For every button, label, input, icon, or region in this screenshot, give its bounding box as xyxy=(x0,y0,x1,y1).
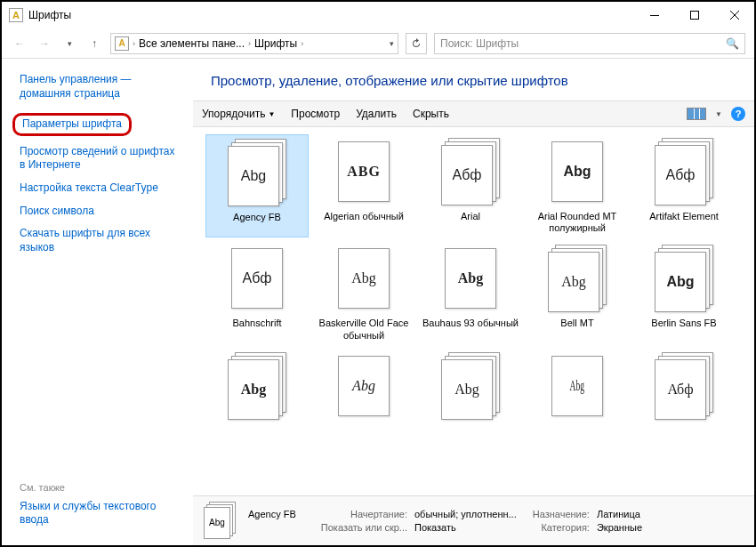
navbar: ← → ▾ ↑ A › Все элементы пане... › Шрифт… xyxy=(2,28,754,59)
font-item[interactable]: Абф xyxy=(632,349,736,429)
font-item[interactable]: АбфBahnschrift xyxy=(205,241,309,344)
font-label: Berlin Sans FB xyxy=(651,318,716,329)
font-item[interactable]: АбфArial xyxy=(419,134,522,237)
font-label: Artifakt Element xyxy=(649,211,719,222)
font-label: Agency FB xyxy=(233,212,281,223)
help-icon[interactable]: ? xyxy=(731,107,745,121)
sidebar-link-cleartype[interactable]: Настройка текста ClearType xyxy=(20,181,158,196)
font-label: Algerian обычный xyxy=(324,211,404,222)
font-item[interactable]: Abg xyxy=(312,349,415,429)
font-label: Bahnschrift xyxy=(232,318,281,329)
close-button[interactable] xyxy=(714,2,754,28)
font-item[interactable]: AbgBell MT xyxy=(526,241,629,344)
back-button[interactable]: ← xyxy=(11,35,28,52)
control-panel-home-link[interactable]: Панель управления — домашняя страница xyxy=(20,73,181,101)
details-category-label: Категория: xyxy=(533,522,590,533)
up-button[interactable]: ↑ xyxy=(85,35,103,52)
details-style-label: Начертание: xyxy=(321,509,407,519)
view-dropdown[interactable]: ▼ xyxy=(715,110,722,118)
font-item[interactable]: АбфArtifakt Element xyxy=(632,134,736,237)
details-pane: Abg Agency FB Начертание: Показать или с… xyxy=(193,495,754,545)
details-thumbnail: Abg xyxy=(202,502,237,541)
details-show-value: Показать xyxy=(414,522,517,533)
sidebar: Панель управления — домашняя страница Па… xyxy=(2,59,193,545)
font-item[interactable]: AbgAgency FB xyxy=(205,134,309,237)
details-font-name: Agency FB xyxy=(248,509,296,519)
see-also-label: См. также xyxy=(20,482,181,493)
search-input[interactable]: Поиск: Шрифты 🔍 xyxy=(434,33,745,54)
recent-dropdown[interactable]: ▾ xyxy=(60,35,78,52)
sidebar-link-font-info-online[interactable]: Просмотр сведений о шрифтах в Интернете xyxy=(20,145,181,173)
svg-rect-1 xyxy=(690,12,698,20)
font-item[interactable]: ABGAlgerian обычный xyxy=(312,134,415,237)
breadcrumb-1[interactable]: Все элементы пане... xyxy=(139,37,245,50)
refresh-button[interactable] xyxy=(406,33,427,54)
window-title: Шрифты xyxy=(28,9,634,21)
content-area: Просмотр, удаление, отображение или скры… xyxy=(193,59,754,545)
details-style-value: обычный; уплотненн... xyxy=(414,509,517,519)
font-label: Bauhaus 93 обычный xyxy=(422,318,519,329)
window-icon: A xyxy=(9,8,23,22)
maximize-button[interactable] xyxy=(674,2,714,28)
toolbar-organize[interactable]: Упорядочить ▼ xyxy=(202,108,275,120)
view-options-icon[interactable] xyxy=(687,108,706,120)
toolbar: Упорядочить ▼ Просмотр Удалить Скрыть ▼ … xyxy=(193,101,754,127)
toolbar-hide[interactable]: Скрыть xyxy=(413,108,449,120)
chevron-right-icon: › xyxy=(248,39,251,48)
font-item[interactable]: AbgBerlin Sans FB xyxy=(632,241,736,344)
details-designed-value: Латиница xyxy=(597,509,642,519)
minimize-button[interactable] xyxy=(634,2,674,28)
font-grid: AbgAgency FBABGAlgerian обычныйАбфArialA… xyxy=(193,127,754,495)
see-also-link-text-services[interactable]: Языки и службы текстового ввода xyxy=(20,500,181,527)
chevron-right-icon: › xyxy=(133,39,135,48)
font-item[interactable]: AbgBauhaus 93 обычный xyxy=(419,241,522,344)
svg-rect-0 xyxy=(650,15,659,16)
search-icon: 🔍 xyxy=(726,37,739,50)
font-label: Baskerville Old Face обычный xyxy=(315,318,413,341)
font-item[interactable]: Abg xyxy=(526,349,629,429)
address-dropdown[interactable]: ▾ xyxy=(390,39,394,48)
font-item[interactable]: Abg xyxy=(419,349,522,429)
sidebar-link-find-character[interactable]: Поиск символа xyxy=(20,205,94,219)
page-heading: Просмотр, удаление, отображение или скры… xyxy=(193,59,754,101)
details-category-value: Экранные xyxy=(597,522,642,533)
details-designed-label: Назначение: xyxy=(533,509,590,519)
details-show-label: Показать или скр... xyxy=(321,522,407,533)
sidebar-link-font-settings[interactable]: Параметры шрифта xyxy=(12,113,132,136)
address-icon: A xyxy=(115,36,129,51)
titlebar: A Шрифты xyxy=(2,2,754,28)
font-item[interactable]: Abg xyxy=(205,349,309,429)
toolbar-preview[interactable]: Просмотр xyxy=(291,108,340,120)
font-item[interactable]: AbgBaskerville Old Face обычный xyxy=(312,241,415,344)
chevron-right-icon: › xyxy=(301,39,303,48)
search-placeholder: Поиск: Шрифты xyxy=(440,37,519,50)
breadcrumb-2[interactable]: Шрифты xyxy=(254,37,297,50)
toolbar-delete[interactable]: Удалить xyxy=(356,108,397,120)
address-bar[interactable]: A › Все элементы пане... › Шрифты › ▾ xyxy=(110,33,398,54)
forward-button[interactable]: → xyxy=(36,35,53,52)
font-label: Arial Rounded MT полужирный xyxy=(528,211,626,234)
sidebar-link-download-fonts[interactable]: Скачать шрифты для всех языков xyxy=(20,227,181,254)
font-label: Bell MT xyxy=(560,318,593,329)
font-item[interactable]: AbgArial Rounded MT полужирный xyxy=(526,134,629,237)
font-label: Arial xyxy=(461,211,480,222)
